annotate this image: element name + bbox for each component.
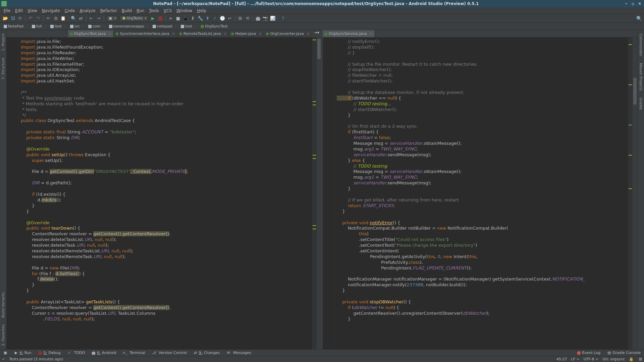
- tab-synchronizerinterface-java[interactable]: SynchronizerInterface.java×: [114, 30, 177, 37]
- line-gutter[interactable]: [7, 38, 19, 349]
- crumb-full[interactable]: full: [30, 24, 44, 29]
- bottom-tab-changes[interactable]: ⇄9: Changes: [190, 350, 223, 356]
- tool-tab-gradle[interactable]: Gradle: [638, 94, 644, 113]
- bottom-tab-android[interactable]: 🤖6: Android: [88, 350, 119, 356]
- tab-menu-icon[interactable]: ⇥▾: [312, 30, 321, 37]
- forward-icon[interactable]: →: [95, 15, 102, 22]
- run-icon[interactable]: ▶: [150, 15, 156, 22]
- tab-orgsynctest-java[interactable]: OrgSyncTest.java×: [68, 30, 114, 37]
- line-separator[interactable]: LF ÷: [571, 357, 580, 361]
- close-icon[interactable]: ×: [305, 32, 310, 36]
- back-icon[interactable]: ←: [88, 15, 95, 22]
- help-icon[interactable]: ?: [280, 15, 286, 22]
- vcs-history-icon[interactable]: 🕐: [219, 15, 226, 22]
- vcs-revert-icon[interactable]: ↩: [226, 15, 233, 22]
- tab-remotetasklist-java[interactable]: RemoteTaskList.java×: [177, 30, 229, 37]
- crumb-notepad[interactable]: notepad: [151, 24, 174, 29]
- sync-icon[interactable]: ⟳: [17, 15, 23, 22]
- device-combo[interactable]: ▣: [106, 15, 118, 21]
- crumb-notepad[interactable]: NotePad: [2, 24, 25, 29]
- save-icon[interactable]: 🖫: [9, 15, 16, 22]
- android-icon[interactable]: 🤖: [255, 15, 261, 22]
- hector-icon[interactable]: [639, 358, 642, 361]
- git-branch[interactable]: Git: orgsync: [603, 357, 625, 361]
- screenshot-icon[interactable]: 📷: [262, 15, 269, 22]
- crumb-src[interactable]: src: [68, 24, 82, 29]
- tab-helper-java[interactable]: Helper.java×: [229, 30, 264, 37]
- bottom-tab-debug[interactable]: 🐞5: Debug: [35, 350, 64, 356]
- avd-icon[interactable]: 📱: [182, 15, 189, 22]
- menu-edit[interactable]: Edit: [13, 8, 25, 14]
- undo-icon[interactable]: ↶: [27, 15, 34, 22]
- file-encoding[interactable]: UTF-8 ÷: [584, 357, 599, 361]
- menu-window[interactable]: Window: [174, 8, 195, 14]
- event-log-tab[interactable]: ⬤Event Log: [574, 350, 604, 356]
- tool-tab-2-favorites[interactable]: 2: Favorites: [0, 321, 6, 349]
- attach-icon[interactable]: ⎆: [167, 15, 174, 22]
- menu-file[interactable]: File: [1, 8, 13, 14]
- structure-icon[interactable]: ⊞: [237, 15, 244, 22]
- sync-project-icon[interactable]: ⟲: [244, 15, 251, 22]
- bottom-tab-version-control[interactable]: ⎇ Version Control: [149, 350, 190, 356]
- crumb-orgsynctest[interactable]: OrgSyncTest: [199, 24, 229, 29]
- bottom-tab-terminal[interactable]: >_ Terminal: [119, 350, 149, 356]
- bottom-tab-run[interactable]: ▶4: Run: [11, 350, 35, 356]
- menu-tools[interactable]: Tools: [147, 8, 161, 14]
- menu-view[interactable]: View: [25, 8, 39, 14]
- vcs-commit-icon[interactable]: ✓: [212, 15, 218, 22]
- bottom-tab-messages[interactable]: ✉ Messages: [223, 350, 255, 356]
- sdk-icon[interactable]: ⬇: [190, 15, 196, 22]
- marker-strip-left[interactable]: [312, 38, 317, 349]
- android-monitor-icon[interactable]: 📊: [269, 15, 276, 22]
- close-button[interactable]: ✕: [637, 1, 643, 6]
- menu-build[interactable]: Build: [119, 8, 134, 14]
- close-icon[interactable]: ×: [222, 32, 227, 36]
- close-icon[interactable]: ×: [257, 32, 262, 36]
- expand-icon[interactable]: ▣: [0, 350, 11, 356]
- close-icon[interactable]: ×: [368, 32, 373, 36]
- debug-icon[interactable]: 🐞: [157, 15, 164, 22]
- tool-icon[interactable]: 🔧: [197, 15, 204, 22]
- menu-navigate[interactable]: Navigate: [40, 8, 62, 14]
- code-area-right[interactable]: // notifyError(); // stopSelf(); // } //…: [335, 38, 628, 349]
- menu-code[interactable]: Code: [62, 8, 77, 14]
- stop-icon[interactable]: ■: [175, 15, 181, 22]
- menu-run[interactable]: Run: [134, 8, 147, 14]
- tool-tab-1-project[interactable]: 1: Project: [0, 30, 6, 54]
- tool-tab-maven-projects[interactable]: Maven Projects: [638, 60, 644, 94]
- code-area-left[interactable]: import java.io.File;import java.io.FileN…: [19, 38, 312, 349]
- crumb-test[interactable]: test: [49, 24, 63, 29]
- menu-analyze[interactable]: Analyze: [77, 8, 98, 14]
- crumb-test[interactable]: test: [179, 24, 194, 29]
- run-config-combo[interactable]: ⬣ OrgTests: [120, 15, 148, 21]
- tool-tab-commander[interactable]: Commander: [638, 30, 644, 60]
- paste-icon[interactable]: 📋: [60, 15, 66, 22]
- menu-help[interactable]: Help: [195, 8, 208, 14]
- open-icon[interactable]: 📂: [2, 15, 9, 22]
- minimize-button[interactable]: –: [623, 1, 629, 6]
- crumb-com[interactable]: com: [87, 24, 102, 29]
- gradle-console-tab[interactable]: ▤Gradle Console: [604, 350, 644, 356]
- scrollbar-vertical[interactable]: [633, 38, 637, 349]
- scrollbar-vertical[interactable]: [317, 38, 321, 349]
- maximize-button[interactable]: ▫: [630, 1, 636, 6]
- close-icon[interactable]: ×: [107, 32, 111, 36]
- tool-tab-7-structure[interactable]: 7: Structure: [0, 54, 6, 83]
- close-icon[interactable]: ×: [171, 32, 175, 36]
- cut-icon[interactable]: ✂: [45, 15, 52, 22]
- redo-icon[interactable]: ↷: [35, 15, 41, 22]
- menu-vcs[interactable]: VCS: [161, 8, 174, 14]
- lock-icon[interactable]: 🔒: [629, 357, 634, 361]
- bottom-tab-todo[interactable]: ✓ TODO: [64, 350, 89, 356]
- replace-icon[interactable]: ⇄: [77, 15, 84, 22]
- line-gutter[interactable]: [323, 38, 335, 349]
- tool-tab-build-variants[interactable]: Build Variants: [0, 289, 6, 321]
- find-icon[interactable]: 🔍: [70, 15, 77, 22]
- marker-strip-right[interactable]: [628, 38, 633, 349]
- search-everywhere-icon[interactable]: 🔍: [636, 16, 642, 21]
- copy-icon[interactable]: ⧉: [52, 15, 59, 22]
- crumb-nononsenseapps[interactable]: nononsenseapps: [107, 24, 146, 29]
- vcs-up-icon[interactable]: ⬆: [204, 15, 211, 22]
- menu-refactor[interactable]: Refactor: [98, 8, 119, 14]
- caret-position[interactable]: 45:27: [556, 357, 567, 361]
